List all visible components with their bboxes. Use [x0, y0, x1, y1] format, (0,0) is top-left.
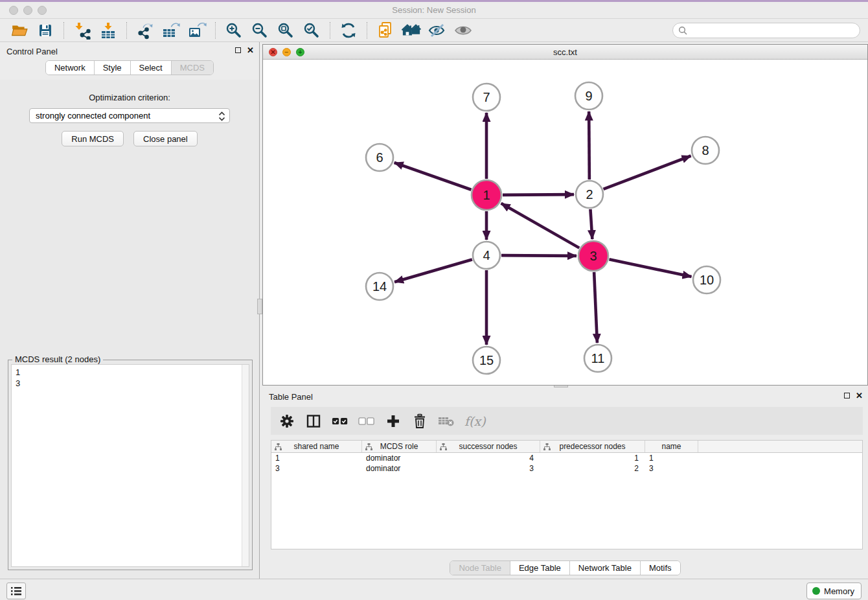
- optimization-criterion-dropdown[interactable]: strongly connected component: [29, 108, 230, 123]
- table-cell[interactable]: 1: [271, 453, 362, 463]
- table-cell[interactable]: 4: [437, 453, 540, 463]
- tab-motifs[interactable]: Motifs: [640, 561, 680, 575]
- network-window-titlebar[interactable]: ✕ − + scc.txt: [263, 45, 867, 60]
- edge-3-11[interactable]: [594, 272, 597, 343]
- table-panel-header: Table Panel ✕: [262, 387, 868, 406]
- mcds-result-scrollbar[interactable]: [242, 365, 249, 566]
- edge-4-3[interactable]: [501, 255, 577, 256]
- vertical-splitter-grip[interactable]: [257, 299, 262, 314]
- export-image-icon[interactable]: [187, 21, 207, 40]
- mcds-result-text: 1 3: [12, 365, 249, 391]
- table-cell[interactable]: 3: [437, 463, 540, 474]
- zoom-in-icon[interactable]: [224, 21, 244, 40]
- column-header-MCDS-role[interactable]: MCDS role: [362, 441, 437, 452]
- node-label-8: 8: [702, 143, 709, 157]
- search-input[interactable]: [690, 24, 860, 37]
- sort-tree-icon: [543, 443, 551, 450]
- mcds-panel-body: Optimization criterion: strongly connect…: [0, 80, 259, 579]
- deselect-all-icon[interactable]: [358, 413, 375, 430]
- edge-1-6[interactable]: [394, 163, 472, 190]
- node-label-14: 14: [372, 279, 387, 294]
- zoom-selected-icon[interactable]: [302, 21, 321, 40]
- memory-label: Memory: [824, 586, 854, 596]
- node-label-15: 15: [479, 353, 494, 367]
- search-icon: [678, 26, 687, 35]
- sort-tree-icon: [365, 443, 372, 450]
- application-window: Session: New Session: [0, 0, 868, 600]
- node-table[interactable]: shared nameMCDS rolesuccessor nodesprede…: [271, 440, 863, 549]
- open-folder-icon[interactable]: [10, 21, 29, 40]
- float-table-panel-icon[interactable]: [844, 393, 850, 398]
- column-header-successor-nodes[interactable]: successor nodes: [437, 441, 540, 452]
- node-label-6: 6: [376, 150, 383, 165]
- float-panel-icon[interactable]: [235, 47, 241, 53]
- table-cell[interactable]: 3: [645, 463, 698, 474]
- delete-icon[interactable]: [411, 413, 428, 430]
- window-title: Session: New Session: [0, 5, 868, 15]
- table-row[interactable]: 3dominator323: [271, 463, 862, 474]
- select-all-icon[interactable]: [332, 413, 348, 430]
- show-eye-icon[interactable]: [453, 21, 473, 40]
- table-panel: Table Panel ✕: [262, 387, 868, 579]
- table-cell[interactable]: 2: [540, 463, 645, 474]
- sort-tree-icon: [275, 443, 282, 450]
- task-history-button[interactable]: [6, 583, 26, 599]
- table-toolbar: f(x): [271, 407, 863, 435]
- close-panel-icon[interactable]: ✕: [247, 47, 254, 54]
- tab-edge-table[interactable]: Edge Table: [510, 561, 569, 575]
- titlebar: Session: New Session: [0, 2, 868, 19]
- tab-network[interactable]: Network: [46, 61, 94, 75]
- tab-style[interactable]: Style: [94, 61, 130, 75]
- delete-table-icon[interactable]: [438, 413, 455, 430]
- edge-2-3[interactable]: [590, 209, 592, 239]
- tab-network-table[interactable]: Network Table: [569, 561, 640, 575]
- import-network-icon[interactable]: [73, 21, 92, 40]
- export-network-icon[interactable]: [135, 21, 155, 40]
- save-icon[interactable]: [36, 21, 55, 40]
- close-panel-button[interactable]: Close panel: [133, 131, 198, 146]
- main-toolbar: [0, 19, 868, 42]
- memory-status-icon: [812, 587, 820, 595]
- add-column-icon[interactable]: [385, 413, 402, 430]
- tab-select[interactable]: Select: [130, 61, 171, 75]
- hide-eye-icon[interactable]: [428, 21, 447, 40]
- dropdown-stepper-icon: [218, 111, 225, 122]
- column-header-name[interactable]: name: [645, 441, 698, 452]
- table-cell[interactable]: dominator: [362, 453, 437, 463]
- edge-3-1[interactable]: [501, 203, 580, 248]
- edge-2-9[interactable]: [589, 111, 589, 179]
- mcds-result-area[interactable]: 1 3: [11, 364, 249, 567]
- table-cell[interactable]: 1: [645, 453, 698, 463]
- table-row[interactable]: 1dominator411: [271, 453, 862, 463]
- network-window-title: scc.txt: [263, 47, 867, 57]
- zoom-out-icon[interactable]: [250, 21, 269, 40]
- sort-tree-icon: [440, 443, 447, 450]
- memory-button[interactable]: Memory: [806, 583, 862, 599]
- network-canvas[interactable]: 1234678910111415: [263, 60, 867, 385]
- edge-4-14[interactable]: [394, 259, 472, 282]
- close-table-panel-icon[interactable]: ✕: [856, 392, 863, 399]
- tab-mcds[interactable]: MCDS: [171, 61, 213, 75]
- export-table-icon[interactable]: [161, 21, 181, 40]
- edge-2-8[interactable]: [604, 156, 691, 189]
- column-header-shared-name[interactable]: shared name: [271, 441, 362, 452]
- network-graph: 1234678910111415: [263, 60, 867, 385]
- import-table-icon[interactable]: [98, 21, 118, 40]
- edge-3-10[interactable]: [609, 259, 691, 277]
- table-cell[interactable]: 1: [540, 453, 645, 463]
- run-mcds-button[interactable]: Run MCDS: [62, 131, 124, 146]
- refresh-layout-icon[interactable]: [339, 21, 358, 40]
- node-label-10: 10: [700, 273, 714, 287]
- edge-1-2[interactable]: [503, 194, 574, 195]
- column-header-predecessor-nodes[interactable]: predecessor nodes: [540, 441, 645, 452]
- column-view-icon[interactable]: [305, 413, 322, 430]
- mcds-result-group: MCDS result (2 nodes) 1 3: [8, 360, 253, 570]
- tab-node-table[interactable]: Node Table: [450, 561, 510, 575]
- network-file-icon[interactable]: [376, 21, 395, 40]
- table-cell[interactable]: dominator: [362, 463, 437, 474]
- gear-icon[interactable]: [279, 413, 295, 430]
- zoom-fit-icon[interactable]: [276, 21, 295, 40]
- table-cell[interactable]: 3: [271, 463, 362, 474]
- function-builder-icon[interactable]: f(x): [464, 414, 486, 428]
- home-network-icon[interactable]: [402, 21, 421, 40]
